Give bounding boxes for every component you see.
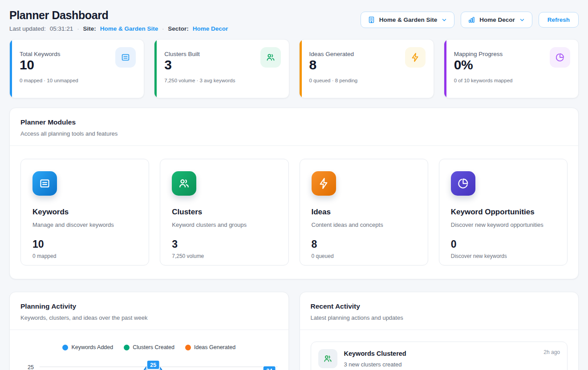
module-card-keywords[interactable]: Keywords Manage and discover keywords 10…	[20, 159, 149, 265]
meta-separator: ·	[162, 26, 164, 32]
legend-dot-orange	[185, 345, 191, 350]
module-value: 0	[451, 238, 556, 250]
legend-item-clusters-created: Clusters Created	[124, 344, 174, 350]
planning-activity-section: Planning Activity Keywords, clusters, an…	[9, 292, 289, 370]
users-icon	[172, 171, 196, 196]
svg-text:25: 25	[150, 362, 156, 368]
stat-value: 3	[164, 57, 200, 72]
module-title: Keyword Opportunities	[451, 208, 556, 217]
section-subtitle: Access all planning tools and features	[20, 130, 568, 137]
page-header: Planner Dashboard Last updated: 05:31:21…	[9, 9, 579, 32]
module-description: Keyword clusters and groups	[172, 221, 276, 228]
point-label-25: 25	[147, 360, 160, 370]
header-left: Planner Dashboard Last updated: 05:31:21…	[9, 9, 228, 32]
site-label: Site:	[83, 25, 96, 32]
stat-subtext: 0 of 10 keywords mapped	[454, 78, 570, 83]
legend-label: Clusters Created	[133, 344, 174, 350]
section-title: Planning Activity	[20, 302, 278, 310]
pie-chart-icon	[451, 171, 475, 196]
chevron-down-icon	[441, 17, 447, 23]
module-title: Ideas	[312, 208, 416, 217]
chevron-down-icon	[519, 17, 525, 23]
site-selector-dropdown[interactable]: Home & Garden Site	[361, 12, 455, 28]
site-link[interactable]: Home & Garden Site	[100, 25, 158, 32]
sector-link[interactable]: Home Decor	[193, 25, 228, 32]
users-icon	[318, 349, 337, 368]
module-subtext: 0 queued	[312, 253, 416, 259]
stat-label: Mapping Progress	[454, 51, 503, 57]
y-axis-tick-25: 25	[28, 364, 34, 370]
activity-title: Keywords Clustered	[344, 350, 406, 357]
module-subtext: 0 mapped	[32, 253, 137, 259]
site-selector-label: Home & Garden Site	[379, 16, 438, 23]
stat-label: Clusters Built	[164, 51, 200, 57]
legend-dot-green	[124, 345, 130, 350]
modules-section-header: Planner Modules Access all planning tool…	[10, 108, 578, 146]
bar-chart-icon	[468, 16, 475, 24]
stat-subtext: 7,250 volume · 3 avg keywords	[164, 78, 280, 83]
activity-timestamp: 2h ago	[543, 349, 560, 355]
modules-grid: Keywords Manage and discover keywords 10…	[10, 146, 578, 279]
stat-card-clusters-built[interactable]: Clusters Built 3 7,250 volume · 3 avg ke…	[154, 39, 289, 98]
legend-item-ideas-generated: Ideas Generated	[185, 344, 235, 350]
section-subtitle: Keywords, clusters, and ideas over the p…	[20, 314, 278, 321]
module-card-keyword-opportunities[interactable]: Keyword Opportunities Discover new keywo…	[439, 159, 568, 265]
document-icon	[115, 47, 136, 68]
module-title: Clusters	[172, 208, 276, 217]
bottom-row: Planning Activity Keywords, clusters, an…	[9, 292, 579, 370]
svg-text:24: 24	[266, 368, 272, 370]
legend-dot-blue	[62, 345, 68, 350]
module-subtext: 7,250 volume	[172, 253, 276, 259]
planner-dashboard-page: Planner Dashboard Last updated: 05:31:21…	[0, 0, 588, 370]
stat-card-total-keywords[interactable]: Total Keywords 10 0 mapped · 10 unmapped	[9, 39, 144, 98]
stat-label: Ideas Generated	[309, 51, 354, 57]
stats-row: Total Keywords 10 0 mapped · 10 unmapped…	[9, 39, 579, 98]
module-card-ideas[interactable]: Ideas Content ideas and concepts 8 0 que…	[300, 159, 428, 265]
activity-area-chart[interactable]: 25 25 24	[10, 357, 288, 370]
stat-value: 0%	[454, 57, 503, 72]
legend-label: Ideas Generated	[194, 344, 235, 350]
point-label-24: 24	[263, 366, 276, 370]
pie-chart-icon	[550, 47, 570, 68]
page-meta: Last updated: 05:31:21 · Site: Home & Ga…	[9, 25, 228, 32]
last-updated-time: 05:31:21	[50, 25, 73, 32]
planner-modules-section: Planner Modules Access all planning tool…	[9, 108, 579, 279]
sector-selector-label: Home Decor	[479, 16, 515, 23]
stat-value: 10	[20, 57, 61, 72]
users-icon	[260, 47, 281, 68]
meta-separator: ·	[77, 26, 79, 32]
stat-card-ideas-generated[interactable]: Ideas Generated 8 0 queued · 8 pending	[299, 39, 434, 98]
stat-card-mapping-progress[interactable]: Mapping Progress 0% 0 of 10 keywords map…	[444, 39, 579, 98]
document-icon	[32, 171, 57, 196]
module-subtext: Discover new keywords	[451, 253, 556, 259]
sector-selector-dropdown[interactable]: Home Decor	[461, 12, 532, 28]
last-updated-label: Last updated:	[9, 25, 46, 32]
stat-value: 8	[309, 57, 354, 72]
legend-item-keywords-added: Keywords Added	[62, 344, 113, 350]
zap-icon	[312, 171, 336, 196]
section-title: Recent Activity	[311, 302, 568, 310]
page-title: Planner Dashboard	[9, 9, 228, 22]
activity-subtitle: 3 new clusters created	[344, 361, 560, 368]
zap-icon	[405, 47, 426, 68]
module-description: Manage and discover keywords	[32, 221, 137, 228]
chart-canvas: 25 25 24	[20, 357, 278, 370]
activity-item-body: Keywords Clustered 2h ago 3 new clusters…	[344, 349, 560, 368]
refresh-button[interactable]: Refresh	[539, 12, 579, 28]
planning-activity-header: Planning Activity Keywords, clusters, an…	[10, 292, 288, 330]
building-icon	[368, 16, 375, 24]
module-description: Discover new keyword opportunities	[451, 221, 556, 228]
section-title: Planner Modules	[20, 118, 568, 126]
recent-activity-section: Recent Activity Latest planning actions …	[300, 292, 579, 370]
chart-legend: Keywords Added Clusters Created Ideas Ge…	[10, 344, 288, 350]
stat-label: Total Keywords	[20, 51, 61, 57]
recent-activity-list: Keywords Clustered 2h ago 3 new clusters…	[300, 330, 579, 370]
module-value: 10	[32, 238, 137, 250]
legend-label: Keywords Added	[71, 344, 113, 350]
activity-item-keywords-clustered[interactable]: Keywords Clustered 2h ago 3 new clusters…	[311, 342, 568, 370]
module-card-clusters[interactable]: Clusters Keyword clusters and groups 3 7…	[160, 159, 288, 265]
module-description: Content ideas and concepts	[312, 221, 416, 228]
recent-activity-header: Recent Activity Latest planning actions …	[300, 292, 579, 330]
stat-subtext: 0 mapped · 10 unmapped	[20, 78, 136, 83]
section-subtitle: Latest planning actions and updates	[311, 314, 568, 321]
